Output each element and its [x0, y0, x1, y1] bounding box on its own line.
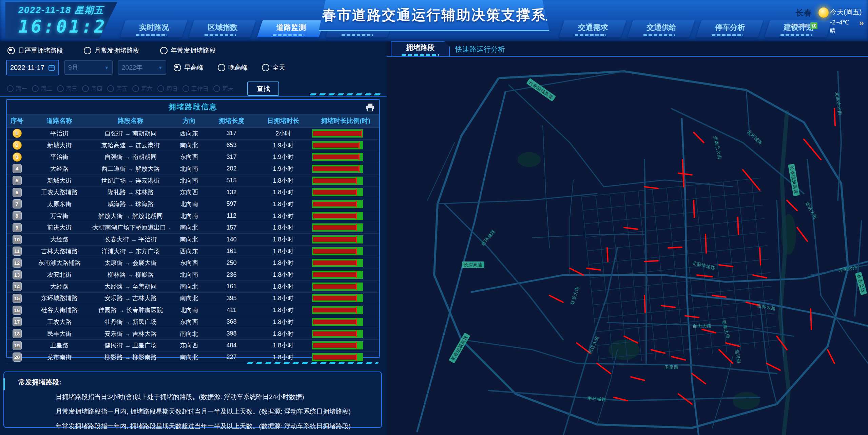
cell-length: 161 [209, 248, 254, 255]
map-tab-拥堵路段[interactable]: 拥堵路段 [391, 41, 450, 56]
table-row[interactable]: 20菜市南街柳影路 → 柳影南路南向北2271.8小时 [7, 351, 379, 363]
month-select[interactable]: 9月 ▼ [64, 60, 113, 75]
radio-label: 周日 [166, 85, 178, 93]
radio-option-年常发拥堵路段[interactable]: 年常发拥堵路段 [160, 46, 236, 55]
radio-icon[interactable] [160, 47, 168, 54]
congestion-type-radios: 日严重拥堵路段月常发拥堵路段年常发拥堵路段 [7, 46, 387, 55]
nav-tab-label: 交通需求 [578, 22, 608, 33]
date-picker[interactable]: 2022-11-17 [6, 60, 59, 75]
table-title: 拥堵路段信息 [169, 102, 217, 112]
air-quality: 空气质量: 优 [789, 22, 818, 29]
table-row[interactable]: 10大经路长春大街 → 平治街南向北1401.8小时 [7, 234, 379, 246]
cell-length: 140 [209, 236, 254, 243]
printer-icon[interactable] [366, 103, 374, 112]
cell-ratio [312, 283, 363, 291]
radio-label: 周五 [116, 85, 128, 93]
radio-option-早高峰[interactable]: 早高峰 [174, 63, 204, 72]
radio-option-日严重拥堵路段[interactable]: 日严重拥堵路段 [7, 46, 84, 55]
table-row[interactable]: 4大经路西二道街 → 解放大路北向南2021.9小时 [7, 163, 379, 175]
table-row[interactable]: 17工农大路牡丹街 → 新民广场东向西3681.8小时 [7, 316, 379, 328]
ratio-bar-fill [313, 237, 356, 242]
table-row[interactable]: 16硅谷大街辅路佳园路 → 长春肿瘤医院北向南4111.8小时 [7, 304, 379, 316]
congestion-table-panel: 拥堵路段信息 序号道路名称路段名称方向拥堵长度日拥堵时长拥堵时长比例(时) 1平… [6, 99, 380, 358]
nav-tab-停车分析[interactable]: 停车分析 [696, 20, 763, 37]
ratio-bar-fill [313, 343, 356, 348]
radio-option-周二: 周二 [32, 85, 52, 93]
table-row[interactable]: 1平治街自强街 → 南胡胡同西向东3172小时 [7, 128, 379, 140]
radio-option-月常发拥堵路段[interactable]: 月常发拥堵路段 [84, 46, 160, 55]
period-radios: 早高峰晚高峰全天 [174, 63, 300, 72]
radio-icon[interactable] [84, 47, 91, 54]
table-row[interactable]: 13农安北街柳林路 → 柳影路北向南2361.8小时 [7, 269, 379, 281]
radio-icon[interactable] [7, 47, 15, 54]
cell-ratio [312, 294, 363, 302]
ratio-bar-fill [313, 296, 356, 301]
nav-tab-交通供给[interactable]: 交通供给 [628, 20, 695, 37]
radio-icon[interactable] [174, 64, 181, 71]
table-row[interactable]: 14大经路大经路 → 至善胡同南向北1611.8小时 [7, 281, 379, 293]
table-row[interactable]: 5新城大街世纪广场 → 连云港街北向南5151.8小时 [7, 175, 379, 187]
nav-tab-实时路况[interactable]: 实时路况 [120, 20, 187, 37]
cell-duration: 1.8小时 [254, 200, 312, 208]
city-map[interactable]: 长春绕城高速长春绕城高速长春绕城高速长深高速长吉北线西环城路北环城路亚泰北大街北… [387, 58, 868, 435]
cell-segment: 世纪广场 → 连云港街 [92, 177, 170, 185]
cell-segment: 长春大街 → 平治街 [92, 235, 170, 243]
weather-widget[interactable]: 长春 空气质量: 优 今天(周五) -2~4℃ 晴 » [789, 3, 866, 35]
table-row[interactable]: 3平治街自强街 → 南胡胡同东向西3171.9小时 [7, 151, 379, 163]
column-header-3: 方向 [170, 114, 209, 127]
cell-direction: 西向东 [170, 129, 209, 138]
calendar-icon [48, 64, 55, 71]
map-tab-bar: 拥堵路段快速路运行分析 [387, 41, 868, 57]
table-row[interactable]: 12东南湖大路辅路太原街 → 会展大街东向西2501.8小时 [7, 257, 379, 269]
radio-option-晚高峰[interactable]: 晚高峰 [218, 63, 248, 72]
nav-tab-交通需求[interactable]: 交通需求 [559, 20, 626, 37]
column-header-4: 拥堵长度 [209, 114, 254, 127]
rank-badge: 8 [13, 211, 22, 220]
cell-length: 515 [209, 177, 254, 184]
cell-segment: 柳影路 → 柳影南路 [92, 353, 170, 361]
table-row[interactable]: 8万宝街解放大街 → 解放北胡同北向南1121.8小时 [7, 210, 379, 222]
ratio-bar [312, 306, 363, 314]
radio-option-周末: 周末 [213, 85, 234, 93]
table-row[interactable]: 18民丰大街安乐街 → 吉林大路南向北3981.8小时 [7, 328, 379, 340]
rank-badge: 4 [13, 164, 22, 173]
cell-rank: 6 [7, 188, 27, 197]
ratio-bar [312, 330, 363, 338]
cell-direction: 北向南 [170, 306, 209, 314]
radio-option-全天[interactable]: 全天 [262, 63, 285, 72]
search-button[interactable]: 查找 [247, 81, 279, 96]
cell-rank: 4 [7, 164, 27, 173]
table-row[interactable]: 19卫星路健民街 → 卫星广场东向西4841.8小时 [7, 340, 379, 351]
cell-segment: 柳林路 → 柳影路 [92, 271, 170, 279]
weather-more-icon[interactable]: » [859, 18, 864, 28]
nav-tab-label: 道路监测 [276, 22, 306, 33]
table-row[interactable]: 6工农大路辅路隆礼路 → 桂林路东向西1321.8小时 [7, 186, 379, 198]
nav-tab-道路监测[interactable]: 道路监测 [257, 20, 324, 37]
cell-direction: 南向北 [170, 141, 209, 149]
cell-direction: 南向北 [170, 223, 209, 232]
weekday-radios: 周一周二周三周四周五周六周日工作日周末 [7, 85, 238, 93]
radio-icon[interactable] [218, 64, 225, 71]
table-row[interactable]: 15东环城路辅路安乐路 → 吉林大路南向北3951.8小时 [7, 293, 379, 305]
table-row[interactable]: 2新城大街京哈高速 → 连云港街南向北6531.9小时 [7, 140, 379, 151]
cell-segment: 京哈高速 → 连云港街 [92, 141, 170, 149]
cell-rank: 18 [7, 329, 27, 338]
cell-direction: 南向北 [170, 235, 209, 243]
table-row[interactable]: 7太原东街威海路 → 珠海路北向南5971.8小时 [7, 198, 379, 210]
cell-ratio [312, 223, 363, 232]
cell-ratio [312, 235, 363, 243]
cell-direction: 北向南 [170, 177, 209, 185]
radio-icon[interactable] [262, 64, 269, 71]
note-line: 月常发拥堵路段指一月内, 拥堵路段星期天数超过当月一半及以上天数。(数据源: 浮… [56, 407, 381, 416]
ratio-bar-fill [313, 355, 356, 360]
nav-tab-区域指数[interactable]: 区域指数 [189, 20, 256, 37]
year-select[interactable]: 2022年 ▼ [118, 60, 166, 75]
map-tab-快速路运行分析[interactable]: 快速路运行分析 [450, 42, 510, 56]
rank-badge: 1 [13, 129, 22, 138]
table-row[interactable]: 9前进大街前进大街南湖广场下桥匝道出口 → ...南向北1571.8小时 [7, 222, 379, 234]
cell-direction: 北向南 [170, 165, 209, 173]
radio-label: 周二 [41, 85, 52, 93]
cell-duration: 1.9小时 [254, 165, 312, 173]
table-row[interactable]: 11吉林大路辅路洋浦大街 → 东方广场西向东1611.8小时 [7, 246, 379, 257]
radio-icon [7, 85, 14, 92]
